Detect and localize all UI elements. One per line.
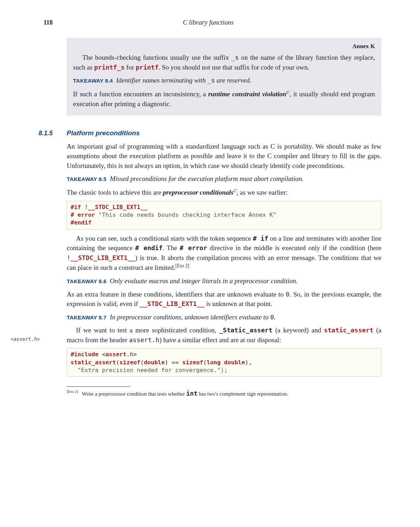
shaded-paragraph-1: The bounds-checking functions usually us…: [73, 53, 375, 72]
code-block-2: #include <assert.h> static_assert(sizeof…: [67, 348, 381, 377]
takeaway-8-4: TAKEAWAY 8.4 Identifier names terminatin…: [73, 76, 375, 85]
term-runtime-constraint-violation: runtime constraint violation: [208, 90, 287, 98]
takeaway-text: In preprocessor conditions, unknown iden…: [110, 313, 276, 321]
code-inline: # if: [253, 235, 268, 242]
text: Write a preprocessor condition that test…: [82, 391, 186, 397]
text: .: [274, 313, 276, 321]
takeaway-text: Missed preconditions for the execution p…: [110, 175, 304, 182]
term-preprocessor-conditionals: preprocessor conditionals: [163, 189, 234, 196]
code-macro: __STDC_LIB_EXT1__: [71, 254, 135, 261]
code-kw: __STDC_LIB_EXT1__: [88, 204, 147, 210]
text: for: [125, 64, 136, 71]
text: has two's complement sign representation…: [198, 391, 288, 397]
text: As you can see, such a conditional start…: [76, 235, 253, 242]
code-kw: # error: [71, 212, 95, 218]
text: ) have a similar effect and are at our d…: [159, 336, 281, 344]
code-text: (: [203, 359, 207, 366]
code-inline: 0: [270, 313, 274, 321]
takeaway-label: TAKEAWAY 8.5: [67, 176, 106, 182]
paragraph-classic-tools: The classic tools to achieve this are pr…: [67, 187, 381, 197]
text: In preprocessor conditions, unknown iden…: [110, 313, 270, 321]
code-kw: sizeof: [119, 359, 140, 366]
code-kw: #endif: [71, 219, 92, 226]
margin-note-assert-h: <assert.h>: [11, 336, 40, 343]
takeaway-text: Only evaluate macros and integer literal…: [110, 277, 298, 285]
code-kw: #if: [71, 204, 81, 210]
text: (a keyword) and: [273, 326, 324, 334]
paragraph-extra-feature: As an extra feature in these conditions,…: [67, 289, 381, 309]
text: . So you should not use that suffix for …: [159, 64, 309, 71]
takeaway-label: TAKEAWAY 8.6: [67, 278, 106, 284]
code-kw: sizeof: [182, 359, 203, 366]
text: directive in the middle is executed only…: [207, 244, 381, 252]
code-inline: _s: [231, 54, 239, 61]
text: is unknown at that point.: [204, 300, 272, 307]
takeaway-text: Identifier names terminating with _s are…: [116, 77, 251, 84]
footnote-ref: [Exs 2]: [175, 263, 189, 268]
chapter-title: C library functions: [35, 18, 381, 27]
code-text: (: [116, 359, 119, 366]
paragraph-conditional-explain: As you can see, such a conditional start…: [67, 234, 381, 273]
section-heading: 8.1.5 Platform preconditions: [39, 128, 381, 138]
takeaway-8-6: TAKEAWAY 8.6 Only evaluate macros and in…: [67, 276, 381, 286]
text: Identifier names terminating with: [116, 77, 208, 84]
footnote-exs2: [Exs 2] Write a preprocessor condition t…: [67, 389, 381, 398]
text: , as we saw earlier:: [237, 189, 288, 196]
paragraph-portability: An important goal of programming with a …: [67, 142, 381, 171]
shaded-paragraph-2: If such a function encounters an inconsi…: [73, 89, 375, 109]
text: The classic tools to achieve this are: [67, 189, 163, 196]
text: If we want to test a more sophisticated …: [76, 326, 219, 334]
code-inline: !: [67, 254, 71, 261]
footnote-separator: [67, 386, 130, 387]
shaded-box: Annex K The bounds-checking functions us…: [67, 38, 381, 116]
code-inline: 0: [286, 291, 290, 298]
code-inline: assert.h: [129, 336, 159, 344]
text: are reserved.: [215, 77, 251, 84]
code-inline: static_assert: [324, 326, 373, 334]
annex-label: Annex K: [73, 42, 375, 51]
code-printf-s: printf_s: [94, 64, 125, 71]
section-number: 8.1.5: [39, 129, 67, 138]
code-text: <: [98, 351, 105, 358]
text: The bounds-checking functions usually us…: [83, 54, 231, 61]
code-printf: printf: [136, 64, 159, 71]
code-text: (: [140, 359, 144, 366]
code-text: ),: [245, 359, 252, 366]
text: . The: [163, 244, 179, 252]
paragraph-static-assert: If we want to test a more sophisticated …: [67, 325, 381, 345]
code-text: !: [81, 204, 88, 210]
code-kw: assert: [105, 351, 126, 358]
section-title: Platform preconditions: [67, 128, 140, 138]
superscript: C: [234, 188, 237, 193]
code-string: "This code needs bounds checking interfa…: [95, 212, 277, 218]
code-kw: #include: [71, 351, 98, 358]
code-kw: long double: [206, 359, 245, 366]
code-inline: int: [186, 390, 198, 397]
text: As an extra feature in these conditions,…: [67, 291, 286, 298]
takeaway-label: TAKEAWAY 8.4: [73, 78, 113, 84]
code-inline: _Static_assert: [219, 326, 273, 334]
takeaway-8-7: TAKEAWAY 8.7 In preprocessor conditions,…: [67, 312, 381, 322]
code-text: .h>: [126, 351, 137, 358]
code-macro: __STDC_LIB_EXT1__: [140, 300, 204, 307]
code-inline: # error: [179, 244, 207, 252]
takeaway-label: TAKEAWAY 8.7: [67, 314, 106, 320]
superscript: C: [286, 90, 289, 95]
code-kw: double: [144, 359, 165, 366]
text: If such a function encounters an inconsi…: [73, 90, 208, 98]
code-string: "Extra precision needed for convergence.…: [71, 367, 228, 373]
code-kw: static_assert: [71, 359, 116, 366]
code-block-1: #if !__STDC_LIB_EXT1__ # error "This cod…: [67, 201, 381, 229]
code-inline: # endif: [135, 244, 163, 252]
footnote-label: [Exs 2]: [67, 389, 78, 393]
takeaway-8-5: TAKEAWAY 8.5 Missed preconditions for th…: [67, 174, 381, 184]
page-header: 118 C library functions: [39, 18, 381, 27]
code-inline: _s: [207, 77, 215, 84]
code-text: ) ==: [165, 359, 182, 366]
